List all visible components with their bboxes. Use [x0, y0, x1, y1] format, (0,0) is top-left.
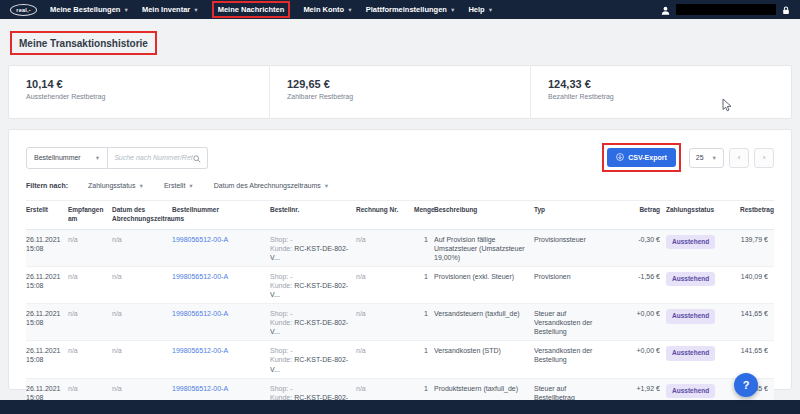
chevron-down-icon: ▼: [193, 7, 198, 13]
cell-rechnung-nr: n/a: [356, 346, 414, 373]
cell-typ: Steuer auf Versandkosten der Bestellung: [534, 309, 614, 336]
cell-abrechnungsdatum: n/a: [112, 272, 172, 299]
cell-typ: Provisionen: [534, 272, 614, 299]
cell-bestellnummer: 1998056512-00-A: [172, 272, 270, 299]
table-row: 26.11.2021 15:08n/an/a1998056512-00-ASho…: [26, 304, 774, 341]
nav-menu: Meine Bestellungen▼Mein Inventar▼Meine N…: [50, 1, 493, 18]
column-header: Betrag: [614, 206, 666, 224]
column-header: Bestellnr.: [270, 206, 356, 224]
filter-bar: Filtern nach: Zahlungsstatus▼Erstellt▼Da…: [26, 182, 774, 189]
chevron-down-icon: ▼: [324, 183, 329, 189]
cell-beschreibung: Versandkosten (STD): [434, 346, 534, 373]
search-type-dropdown[interactable]: Bestellnummer ▼: [26, 147, 108, 169]
toolbar: Bestellnummer ▼ CSV-Export 25 ▼ ‹ ›: [26, 143, 774, 172]
table-header-row: ErstelltEmpfangen amDatum des Abrechnung…: [26, 200, 774, 230]
nav-item-inventar[interactable]: Mein Inventar▼: [142, 5, 199, 14]
bestellnummer-link[interactable]: 1998056512-00-A: [172, 236, 228, 243]
search-field: [108, 147, 208, 169]
cell-betrag: +0,00 €: [614, 346, 666, 373]
cell-beschreibung: Versandsteuern (taxfull_de): [434, 309, 534, 336]
chevron-down-icon: ▼: [188, 183, 193, 189]
bestellnummer-link[interactable]: 1998056512-00-A: [172, 385, 228, 392]
nav-item-label: Mein Konto: [303, 5, 344, 14]
table-row: 26.11.2021 15:08n/an/a1998056512-00-ASho…: [26, 341, 774, 378]
next-page-button[interactable]: ›: [754, 148, 774, 168]
cell-restbetrag: 139,79 €: [740, 235, 774, 262]
bestellnummer-link[interactable]: 1998056512-00-A: [172, 347, 228, 354]
cell-erstellt: 26.11.2021 15:08: [26, 346, 68, 373]
cell-bestellnummer: 1998056512-00-A: [172, 235, 270, 262]
cell-beschreibung: Provisionen (exkl. Steuer): [434, 272, 534, 299]
csv-export-button[interactable]: CSV-Export: [607, 148, 676, 167]
chevron-down-icon: ▼: [139, 183, 144, 189]
table-row: 26.11.2021 15:08n/an/a1998056512-00-ASho…: [26, 230, 774, 267]
chevron-down-icon: ▼: [450, 7, 455, 13]
column-header: Bestellnummer: [172, 206, 270, 224]
cell-rechnung-nr: n/a: [356, 235, 414, 262]
help-button[interactable]: ?: [734, 373, 758, 397]
prev-page-button[interactable]: ‹: [729, 148, 749, 168]
nav-item-plattformeinstellungen[interactable]: Plattformeinstellungen▼: [366, 5, 456, 14]
summary-value: 129,65 €: [287, 78, 530, 90]
status-badge: Ausstehend: [666, 309, 715, 323]
column-header: Rechnung Nr.: [356, 206, 414, 224]
cell-zahlungsstatus: Ausstehend: [666, 272, 740, 299]
filter-item-0[interactable]: Zahlungsstatus▼: [88, 182, 144, 189]
cell-rechnung-nr: n/a: [356, 272, 414, 299]
search-input[interactable]: [114, 154, 193, 161]
cell-menge: 1: [414, 309, 434, 336]
nav-right-section: [661, 1, 790, 19]
cell-zahlungsstatus: Ausstehend: [666, 309, 740, 336]
nav-item-konto[interactable]: Mein Konto▼: [303, 5, 352, 14]
filter-item-label: Zahlungsstatus: [88, 182, 135, 189]
annotation-box-title: Meine Transaktionshistorie: [10, 31, 157, 55]
redacted-username: [676, 4, 776, 15]
cell-zahlungsstatus: Ausstehend: [666, 235, 740, 262]
cell-restbetrag: 140,09 €: [740, 272, 774, 299]
search-icon[interactable]: [193, 149, 201, 167]
csv-export-label: CSV-Export: [628, 154, 667, 161]
summary-label: Bezahlter Restbetrag: [548, 93, 791, 100]
cell-empfangen-am: n/a: [68, 309, 112, 336]
bestellnummer-link[interactable]: 1998056512-00-A: [172, 310, 228, 317]
summary-panel: 10,14 € Ausstehender Restbetrag 129,65 €…: [8, 65, 792, 119]
column-header: Zahlungsstatus: [666, 206, 740, 224]
summary-value: 10,14 €: [26, 78, 269, 90]
bestellnummer-link[interactable]: 1998056512-00-A: [172, 273, 228, 280]
summary-value: 124,33 €: [548, 78, 791, 90]
filter-item-1[interactable]: Erstellt▼: [164, 182, 194, 189]
summary-card-payable: 129,65 € Zahlbarer Restbetrag: [269, 66, 530, 118]
filter-item-label: Datum des Abrechnungszeitraums: [214, 182, 321, 189]
cell-bestellnummer: 1998056512-00-A: [172, 309, 270, 336]
cell-typ: Versandkosten der Bestellung: [534, 346, 614, 373]
brand-logo[interactable]: real,-: [10, 4, 37, 16]
nav-item-label: Meine Bestellungen: [50, 5, 120, 14]
page-title: Meine Transaktionshistorie: [12, 34, 155, 53]
cell-menge: 1: [414, 235, 434, 262]
nav-item-label: Meine Nachrichten: [218, 5, 285, 14]
status-badge: Ausstehend: [666, 346, 715, 360]
page-size-value: 25: [696, 154, 704, 161]
cell-erstellt: 26.11.2021 15:08: [26, 272, 68, 299]
cell-erstellt: 26.11.2021 15:08: [26, 309, 68, 336]
lock-icon[interactable]: [782, 1, 790, 19]
summary-label: Zahlbarer Restbetrag: [287, 93, 530, 100]
column-header: Restbetrag: [740, 206, 780, 224]
filter-item-2[interactable]: Datum des Abrechnungszeitraums▼: [214, 182, 329, 189]
cell-menge: 1: [414, 272, 434, 299]
summary-label: Ausstehender Restbetrag: [26, 93, 269, 100]
transactions-table: ErstelltEmpfangen amDatum des Abrechnung…: [26, 200, 774, 414]
nav-item-nachrichten[interactable]: Meine Nachrichten: [212, 1, 291, 18]
search-type-label: Bestellnummer: [34, 154, 81, 161]
column-header: Beschreibung: [434, 206, 534, 224]
footer-bar: [0, 400, 800, 414]
summary-card-outstanding: 10,14 € Ausstehender Restbetrag: [9, 66, 269, 118]
nav-item-bestellungen[interactable]: Meine Bestellungen▼: [50, 5, 129, 14]
chevron-down-icon: ▼: [488, 7, 493, 13]
cell-abrechnungsdatum: n/a: [112, 309, 172, 336]
page-size-dropdown[interactable]: 25 ▼: [689, 148, 724, 168]
cell-betrag: -0,30 €: [614, 235, 666, 262]
column-header: Erstellt: [26, 206, 68, 224]
column-header: Datum des Abrechnungszeitraums: [112, 206, 172, 224]
nav-item-help[interactable]: Help▼: [468, 5, 493, 14]
